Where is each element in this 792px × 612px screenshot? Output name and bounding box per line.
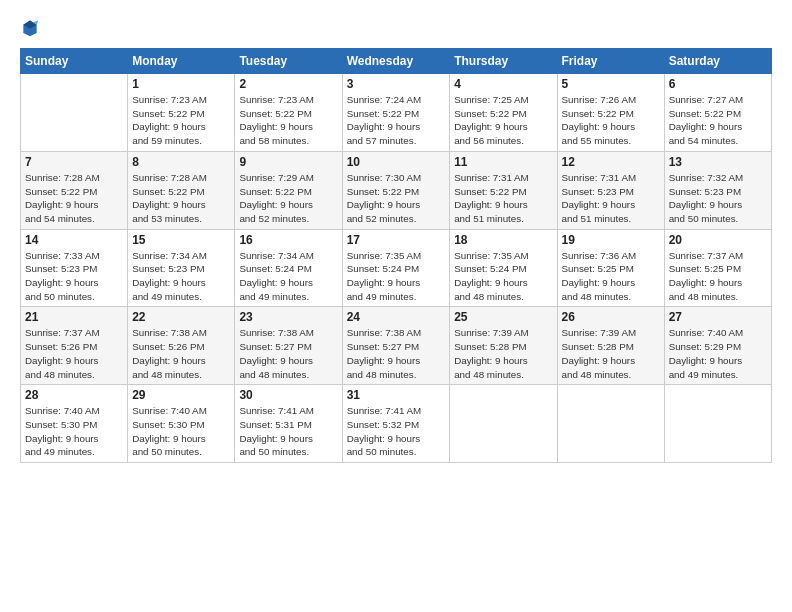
day-info: Sunrise: 7:37 AMSunset: 5:25 PMDaylight:… <box>669 249 767 304</box>
day-info: Sunrise: 7:25 AMSunset: 5:22 PMDaylight:… <box>454 93 552 148</box>
day-number: 7 <box>25 155 123 169</box>
calendar-header-friday: Friday <box>557 49 664 74</box>
calendar-cell: 7Sunrise: 7:28 AMSunset: 5:22 PMDaylight… <box>21 151 128 229</box>
calendar-header-sunday: Sunday <box>21 49 128 74</box>
calendar-page: SundayMondayTuesdayWednesdayThursdayFrid… <box>0 0 792 612</box>
calendar-cell: 24Sunrise: 7:38 AMSunset: 5:27 PMDayligh… <box>342 307 450 385</box>
calendar-cell: 2Sunrise: 7:23 AMSunset: 5:22 PMDaylight… <box>235 74 342 152</box>
day-number: 19 <box>562 233 660 247</box>
day-number: 18 <box>454 233 552 247</box>
calendar-cell <box>557 385 664 463</box>
calendar-cell: 4Sunrise: 7:25 AMSunset: 5:22 PMDaylight… <box>450 74 557 152</box>
calendar-cell: 29Sunrise: 7:40 AMSunset: 5:30 PMDayligh… <box>128 385 235 463</box>
calendar-cell: 12Sunrise: 7:31 AMSunset: 5:23 PMDayligh… <box>557 151 664 229</box>
calendar-cell: 28Sunrise: 7:40 AMSunset: 5:30 PMDayligh… <box>21 385 128 463</box>
day-number: 30 <box>239 388 337 402</box>
calendar-header-monday: Monday <box>128 49 235 74</box>
calendar-cell: 23Sunrise: 7:38 AMSunset: 5:27 PMDayligh… <box>235 307 342 385</box>
day-number: 6 <box>669 77 767 91</box>
calendar-cell: 19Sunrise: 7:36 AMSunset: 5:25 PMDayligh… <box>557 229 664 307</box>
day-number: 23 <box>239 310 337 324</box>
day-info: Sunrise: 7:39 AMSunset: 5:28 PMDaylight:… <box>562 326 660 381</box>
day-info: Sunrise: 7:35 AMSunset: 5:24 PMDaylight:… <box>454 249 552 304</box>
day-info: Sunrise: 7:38 AMSunset: 5:27 PMDaylight:… <box>347 326 446 381</box>
calendar-week-row: 14Sunrise: 7:33 AMSunset: 5:23 PMDayligh… <box>21 229 772 307</box>
day-number: 26 <box>562 310 660 324</box>
calendar-cell: 17Sunrise: 7:35 AMSunset: 5:24 PMDayligh… <box>342 229 450 307</box>
day-info: Sunrise: 7:32 AMSunset: 5:23 PMDaylight:… <box>669 171 767 226</box>
calendar-cell: 22Sunrise: 7:38 AMSunset: 5:26 PMDayligh… <box>128 307 235 385</box>
day-number: 24 <box>347 310 446 324</box>
day-info: Sunrise: 7:36 AMSunset: 5:25 PMDaylight:… <box>562 249 660 304</box>
calendar-week-row: 1Sunrise: 7:23 AMSunset: 5:22 PMDaylight… <box>21 74 772 152</box>
day-number: 25 <box>454 310 552 324</box>
day-info: Sunrise: 7:41 AMSunset: 5:31 PMDaylight:… <box>239 404 337 459</box>
day-number: 14 <box>25 233 123 247</box>
day-info: Sunrise: 7:31 AMSunset: 5:23 PMDaylight:… <box>562 171 660 226</box>
day-info: Sunrise: 7:40 AMSunset: 5:30 PMDaylight:… <box>25 404 123 459</box>
day-info: Sunrise: 7:38 AMSunset: 5:27 PMDaylight:… <box>239 326 337 381</box>
day-number: 20 <box>669 233 767 247</box>
calendar-cell: 9Sunrise: 7:29 AMSunset: 5:22 PMDaylight… <box>235 151 342 229</box>
day-number: 29 <box>132 388 230 402</box>
calendar-cell: 11Sunrise: 7:31 AMSunset: 5:22 PMDayligh… <box>450 151 557 229</box>
day-info: Sunrise: 7:39 AMSunset: 5:28 PMDaylight:… <box>454 326 552 381</box>
day-info: Sunrise: 7:28 AMSunset: 5:22 PMDaylight:… <box>132 171 230 226</box>
calendar-table: SundayMondayTuesdayWednesdayThursdayFrid… <box>20 48 772 463</box>
calendar-header-row: SundayMondayTuesdayWednesdayThursdayFrid… <box>21 49 772 74</box>
calendar-cell: 27Sunrise: 7:40 AMSunset: 5:29 PMDayligh… <box>664 307 771 385</box>
calendar-cell: 6Sunrise: 7:27 AMSunset: 5:22 PMDaylight… <box>664 74 771 152</box>
calendar-cell: 14Sunrise: 7:33 AMSunset: 5:23 PMDayligh… <box>21 229 128 307</box>
calendar-cell: 13Sunrise: 7:32 AMSunset: 5:23 PMDayligh… <box>664 151 771 229</box>
calendar-cell <box>664 385 771 463</box>
day-info: Sunrise: 7:28 AMSunset: 5:22 PMDaylight:… <box>25 171 123 226</box>
header <box>20 18 772 38</box>
calendar-week-row: 7Sunrise: 7:28 AMSunset: 5:22 PMDaylight… <box>21 151 772 229</box>
day-info: Sunrise: 7:33 AMSunset: 5:23 PMDaylight:… <box>25 249 123 304</box>
calendar-cell: 21Sunrise: 7:37 AMSunset: 5:26 PMDayligh… <box>21 307 128 385</box>
day-number: 28 <box>25 388 123 402</box>
day-number: 16 <box>239 233 337 247</box>
calendar-cell: 18Sunrise: 7:35 AMSunset: 5:24 PMDayligh… <box>450 229 557 307</box>
calendar-header-tuesday: Tuesday <box>235 49 342 74</box>
calendar-cell: 15Sunrise: 7:34 AMSunset: 5:23 PMDayligh… <box>128 229 235 307</box>
calendar-cell: 31Sunrise: 7:41 AMSunset: 5:32 PMDayligh… <box>342 385 450 463</box>
day-info: Sunrise: 7:41 AMSunset: 5:32 PMDaylight:… <box>347 404 446 459</box>
day-number: 3 <box>347 77 446 91</box>
calendar-week-row: 21Sunrise: 7:37 AMSunset: 5:26 PMDayligh… <box>21 307 772 385</box>
day-number: 9 <box>239 155 337 169</box>
day-number: 13 <box>669 155 767 169</box>
day-info: Sunrise: 7:30 AMSunset: 5:22 PMDaylight:… <box>347 171 446 226</box>
calendar-cell <box>21 74 128 152</box>
day-number: 27 <box>669 310 767 324</box>
calendar-cell: 25Sunrise: 7:39 AMSunset: 5:28 PMDayligh… <box>450 307 557 385</box>
day-info: Sunrise: 7:24 AMSunset: 5:22 PMDaylight:… <box>347 93 446 148</box>
day-number: 8 <box>132 155 230 169</box>
day-number: 10 <box>347 155 446 169</box>
day-number: 11 <box>454 155 552 169</box>
calendar-cell: 30Sunrise: 7:41 AMSunset: 5:31 PMDayligh… <box>235 385 342 463</box>
day-info: Sunrise: 7:37 AMSunset: 5:26 PMDaylight:… <box>25 326 123 381</box>
calendar-header-thursday: Thursday <box>450 49 557 74</box>
logo <box>20 18 42 38</box>
day-info: Sunrise: 7:29 AMSunset: 5:22 PMDaylight:… <box>239 171 337 226</box>
calendar-week-row: 28Sunrise: 7:40 AMSunset: 5:30 PMDayligh… <box>21 385 772 463</box>
calendar-cell: 3Sunrise: 7:24 AMSunset: 5:22 PMDaylight… <box>342 74 450 152</box>
calendar-cell: 10Sunrise: 7:30 AMSunset: 5:22 PMDayligh… <box>342 151 450 229</box>
calendar-cell: 16Sunrise: 7:34 AMSunset: 5:24 PMDayligh… <box>235 229 342 307</box>
day-number: 15 <box>132 233 230 247</box>
day-number: 5 <box>562 77 660 91</box>
day-info: Sunrise: 7:40 AMSunset: 5:30 PMDaylight:… <box>132 404 230 459</box>
day-number: 12 <box>562 155 660 169</box>
day-info: Sunrise: 7:26 AMSunset: 5:22 PMDaylight:… <box>562 93 660 148</box>
calendar-cell: 26Sunrise: 7:39 AMSunset: 5:28 PMDayligh… <box>557 307 664 385</box>
day-number: 1 <box>132 77 230 91</box>
day-info: Sunrise: 7:40 AMSunset: 5:29 PMDaylight:… <box>669 326 767 381</box>
day-info: Sunrise: 7:34 AMSunset: 5:23 PMDaylight:… <box>132 249 230 304</box>
calendar-header-wednesday: Wednesday <box>342 49 450 74</box>
calendar-cell <box>450 385 557 463</box>
day-number: 22 <box>132 310 230 324</box>
day-number: 2 <box>239 77 337 91</box>
day-info: Sunrise: 7:38 AMSunset: 5:26 PMDaylight:… <box>132 326 230 381</box>
day-number: 4 <box>454 77 552 91</box>
